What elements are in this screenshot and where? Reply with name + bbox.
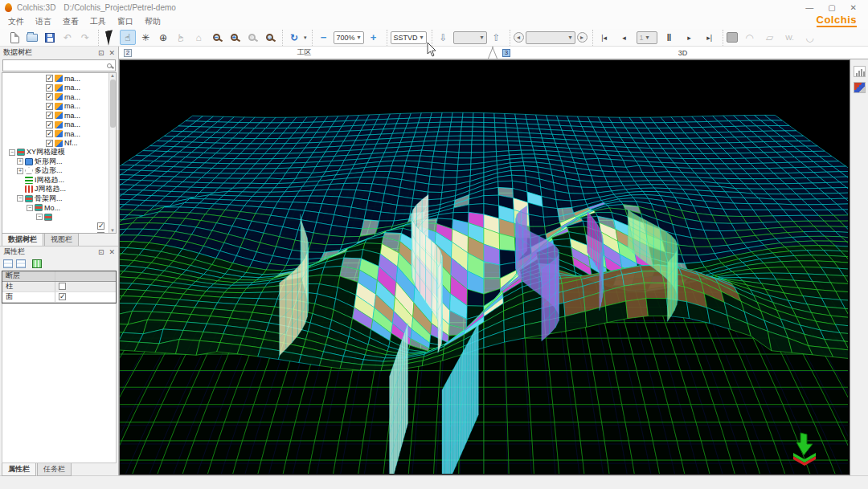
collapse-icon[interactable]: − <box>27 205 33 211</box>
paste-grid-icon[interactable] <box>16 259 26 268</box>
minimize-button[interactable]: — <box>805 3 813 12</box>
frame-select[interactable]: 1 ▾ <box>637 31 657 44</box>
step-prev-button[interactable]: ◂ <box>514 32 524 43</box>
tree-scrollbar[interactable]: ▲ ▼ <box>108 73 116 233</box>
close-button[interactable]: ✕ <box>850 3 857 12</box>
derrick-tool-button[interactable]: ✳ <box>137 30 154 45</box>
domain-select[interactable]: SSTVD ▾ <box>391 31 427 44</box>
menu-window[interactable]: 窗口 <box>117 16 133 27</box>
tree-item[interactable] <box>2 222 108 231</box>
new-file-button[interactable] <box>6 30 23 45</box>
table-row[interactable]: 柱 <box>2 282 116 292</box>
item-checkbox[interactable] <box>46 121 53 128</box>
collapse-icon[interactable]: − <box>9 149 15 156</box>
rotate-caret-icon[interactable]: ▾ <box>304 35 307 41</box>
pause-button[interactable]: ‖ <box>661 30 678 45</box>
scroll-down-icon[interactable]: ▼ <box>110 228 115 233</box>
skip-first-button[interactable]: |◂ <box>596 30 612 45</box>
collapse-icon[interactable]: − <box>17 195 23 202</box>
tree-item[interactable]: ma... <box>2 111 108 120</box>
item-checkbox[interactable] <box>46 75 53 82</box>
zoom-level-select[interactable]: 700% ▾ <box>334 31 364 44</box>
tree-item[interactable]: ma... <box>2 92 108 102</box>
scroll-up-icon[interactable]: ▲ <box>110 73 115 78</box>
step-next-button[interactable]: ▸ <box>577 32 588 43</box>
zoom-in-button[interactable]: + <box>226 30 242 45</box>
play-button[interactable]: ▸ <box>682 30 698 45</box>
tree-item[interactable]: −Mo... <box>2 203 108 213</box>
layer-down-button[interactable]: ⇩ <box>436 30 452 45</box>
search-input[interactable] <box>5 61 107 71</box>
select-tool-button[interactable] <box>102 30 118 45</box>
menu-view[interactable]: 查看 <box>63 16 79 27</box>
spline-tool-button[interactable]: ◡ <box>802 30 818 45</box>
zoom-box-button[interactable]: ▫ <box>244 30 260 45</box>
tree-item[interactable]: Nf... <box>2 139 108 149</box>
item-checkbox[interactable] <box>46 130 53 137</box>
close-panel-icon[interactable]: ✕ <box>108 49 115 57</box>
tree-item[interactable]: J网格趋... <box>2 185 108 194</box>
tree-item[interactable]: ma... <box>2 102 108 112</box>
tree-item[interactable]: I网格趋... <box>2 176 108 185</box>
pin-icon[interactable]: ⊡ <box>98 49 104 57</box>
layer-up-button[interactable]: ⇧ <box>489 30 505 45</box>
skip-last-button[interactable]: ▸| <box>702 30 718 45</box>
zoom-width-button[interactable]: ↔ <box>261 30 277 45</box>
zoom-increase-button[interactable]: + <box>366 30 382 45</box>
histogram-icon[interactable] <box>854 66 866 77</box>
tab-tasks[interactable]: 任务栏 <box>37 463 72 476</box>
item-checkbox[interactable] <box>46 103 53 110</box>
tree-item[interactable]: +矩形网... <box>2 157 108 167</box>
collapse-icon[interactable]: − <box>36 214 43 220</box>
home-view-button[interactable]: ⌂ <box>190 30 207 45</box>
colorbar-icon[interactable] <box>854 82 866 93</box>
close-panel-icon[interactable]: ✕ <box>108 248 115 256</box>
pin-icon[interactable]: ⊡ <box>98 248 104 256</box>
target-tool-button[interactable]: ⊕ <box>155 30 171 45</box>
scroll-thumb[interactable] <box>110 79 116 128</box>
zoom-out-button[interactable]: − <box>208 30 224 45</box>
item-checkbox[interactable] <box>46 93 53 100</box>
rotate-view-button[interactable]: ↻ <box>286 30 302 45</box>
tree-item[interactable]: ma... <box>2 84 108 93</box>
copy-grid-icon[interactable] <box>3 259 13 268</box>
arc-tool-button[interactable]: ◠ <box>742 30 758 45</box>
3d-scene-canvas[interactable] <box>120 60 848 474</box>
3d-viewport[interactable] <box>119 59 850 475</box>
frame-prev-button[interactable]: ◂ <box>616 30 633 45</box>
tree-item[interactable]: ma... <box>2 120 108 130</box>
tree-item[interactable]: −XY网格建模 <box>2 148 108 157</box>
item-checkbox[interactable] <box>97 222 104 230</box>
table-row[interactable]: 面 <box>2 292 116 303</box>
table-grid-icon[interactable] <box>32 259 42 268</box>
layer-select[interactable]: ▾ <box>453 31 487 44</box>
item-checkbox[interactable] <box>46 84 53 92</box>
row-checkbox[interactable] <box>59 283 66 290</box>
grab-tool-button[interactable]: ☝ <box>120 30 136 45</box>
menu-help[interactable]: 帮助 <box>145 16 161 27</box>
menu-file[interactable]: 文件 <box>8 16 24 27</box>
zoom-decrease-button[interactable]: − <box>316 30 332 45</box>
pan-tool-button[interactable]: ☞ <box>173 30 189 45</box>
well-tool-button[interactable]: W. <box>782 30 798 45</box>
expand-icon[interactable]: + <box>17 158 23 165</box>
polygon-tool-button[interactable]: ▱ <box>762 30 778 45</box>
menu-tools[interactable]: 工具 <box>90 16 106 27</box>
item-checkbox[interactable] <box>46 140 53 147</box>
item-checkbox[interactable] <box>46 112 53 119</box>
tab-view-bar[interactable]: 视图栏 <box>44 234 79 247</box>
tab-3d[interactable]: 3 3D <box>497 47 868 59</box>
color-swatch[interactable] <box>727 32 738 43</box>
tree-item[interactable]: +多边形... <box>2 166 108 176</box>
tree-item[interactable]: ma... <box>2 74 108 84</box>
restore-button[interactable]: ▢ <box>828 3 835 12</box>
step-select[interactable]: ▾ <box>526 31 575 44</box>
expand-icon[interactable]: + <box>17 168 23 174</box>
save-button[interactable] <box>42 30 58 45</box>
menu-language[interactable]: 语言 <box>35 16 51 27</box>
tree-item[interactable]: − <box>2 213 108 222</box>
tree-item[interactable]: ma... <box>2 129 108 139</box>
tree-item[interactable]: −骨架网... <box>2 194 108 204</box>
open-button[interactable] <box>24 30 40 45</box>
tree-item[interactable] <box>2 231 108 233</box>
